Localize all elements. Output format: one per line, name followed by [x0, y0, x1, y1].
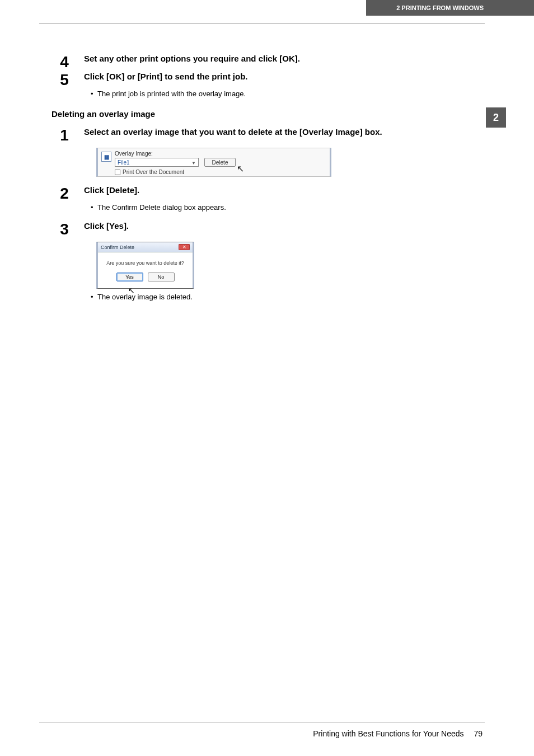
overlay-image-label: Overlay Image: — [115, 151, 153, 157]
no-button-label: No — [158, 274, 165, 280]
step-5-title: Click [OK] or [Print] to send the print … — [84, 71, 484, 82]
del-step-3-row: 3 Click [Yes]. — [50, 220, 484, 237]
step-5-row: 5 Click [OK] or [Print] to send the prin… — [50, 71, 484, 88]
dialog-titlebar: Confirm Delete ✕ — [98, 242, 193, 252]
step-5-bullet-text: The print job is printed with the overla… — [97, 90, 246, 98]
del-step-2-bullet-text: The Confirm Delete dialog box appears. — [97, 203, 226, 212]
close-icon[interactable]: ✕ — [179, 244, 190, 250]
print-over-document-checkbox[interactable]: Print Over the Document — [115, 169, 184, 175]
chevron-down-icon: ▼ — [190, 159, 197, 166]
dialog-message: Are you sure you want to delete it? — [98, 252, 193, 268]
header-bar: 2 PRINTING FROM WINDOWS — [366, 0, 534, 16]
checkbox-box-icon — [115, 170, 120, 175]
no-button[interactable]: No — [148, 273, 175, 281]
footer-section-title: Printing with Best Functions for Your Ne… — [313, 729, 463, 738]
header-rule — [39, 24, 485, 24]
step-5-bullet: •The print job is printed with the overl… — [50, 89, 484, 99]
delete-button-label: Delete — [212, 159, 228, 166]
overlay-image-select[interactable]: File1 ▼ — [115, 158, 199, 167]
del-step-3-bullet-text: The overlay image is deleted. — [97, 293, 193, 301]
step-4-title: Set any other print options you require … — [84, 53, 484, 64]
del-step-2-title: Click [Delete]. — [84, 185, 484, 196]
del-step-3-number: 3 — [50, 220, 78, 237]
overlay-image-panel: ▦ Overlay Image: File1 ▼ Delete ↖ Print … — [96, 148, 331, 177]
section-heading: Deleting an overlay image — [51, 109, 484, 119]
confirm-delete-dialog: Confirm Delete ✕ Are you sure you want t… — [96, 242, 194, 289]
delete-button[interactable]: Delete — [204, 158, 236, 167]
cursor-icon: ↖ — [237, 163, 244, 174]
overlay-thumbnail-icon: ▦ — [101, 152, 111, 162]
del-step-3-bullet: •The overlay image is deleted. — [50, 292, 484, 302]
header-breadcrumb: 2 PRINTING FROM WINDOWS — [396, 4, 484, 11]
footer: Printing with Best Functions for Your Ne… — [313, 729, 483, 738]
overlay-image-select-value: File1 — [118, 159, 130, 166]
dialog-title: Confirm Delete — [101, 245, 134, 250]
step-5-number: 5 — [50, 71, 78, 88]
page-content: 4 Set any other print options you requir… — [50, 53, 484, 311]
del-step-1-row: 1 Select an overlay image that you want … — [50, 126, 484, 143]
del-step-2-bullet: •The Confirm Delete dialog box appears. — [50, 203, 484, 213]
del-step-2-number: 2 — [50, 185, 78, 201]
step-4-row: 4 Set any other print options you requir… — [50, 53, 484, 70]
cursor-icon: ↖ — [128, 286, 135, 295]
del-step-1-title: Select an overlay image that you want to… — [84, 126, 484, 138]
step-4-number: 4 — [50, 53, 78, 70]
footer-rule — [39, 722, 485, 722]
page-number: 79 — [474, 729, 483, 738]
chapter-tab: 2 — [486, 107, 506, 128]
del-step-3-title: Click [Yes]. — [84, 220, 484, 232]
print-over-document-label: Print Over the Document — [123, 169, 184, 175]
del-step-2-row: 2 Click [Delete]. — [50, 185, 484, 201]
chapter-tab-number: 2 — [493, 112, 499, 124]
del-step-1-number: 1 — [50, 126, 78, 143]
